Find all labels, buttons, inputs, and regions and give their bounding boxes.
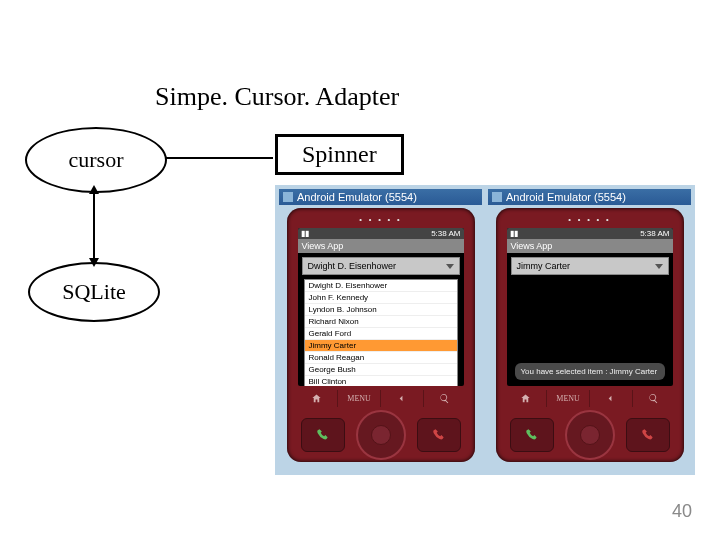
emulator-title: Android Emulator (5554) [506, 191, 626, 203]
home-button[interactable] [505, 390, 548, 407]
arrow-up-icon [89, 185, 99, 194]
list-item[interactable]: John F. Kennedy [305, 292, 457, 304]
list-item-selected[interactable]: Jimmy Carter [305, 340, 457, 352]
window-icon [283, 192, 293, 202]
end-call-button[interactable] [626, 418, 670, 452]
chevron-down-icon [446, 264, 454, 269]
slide-title: Simpe. Cursor. Adapter [155, 82, 399, 112]
call-button[interactable] [510, 418, 554, 452]
search-button[interactable] [633, 390, 675, 407]
app-title: Views App [507, 239, 673, 253]
menu-button[interactable]: MENU [547, 390, 590, 407]
page-number: 40 [672, 501, 692, 522]
phone-device: • • • • • ▮▮5:38 AM Views App Jimmy Cart… [496, 208, 684, 462]
spinner-node: Spinner [275, 134, 404, 175]
search-button[interactable] [424, 390, 466, 407]
list-item[interactable]: Dwight D. Eisenhower [305, 280, 457, 292]
status-bar: ▮▮5:38 AM [298, 228, 464, 239]
phone-screen: ▮▮5:38 AM Views App Dwight D. Eisenhower… [298, 228, 464, 386]
signal-icon: ▮▮ [301, 229, 309, 238]
status-time: 5:38 AM [431, 229, 460, 238]
phone-screen: ▮▮5:38 AM Views App Jimmy Carter You hav… [507, 228, 673, 386]
app-title: Views App [298, 239, 464, 253]
emulator-left: Android Emulator (5554) • • • • • ▮▮5:38… [279, 189, 482, 471]
end-call-button[interactable] [417, 418, 461, 452]
dpad[interactable] [356, 410, 406, 460]
list-item[interactable]: Ronald Reagan [305, 352, 457, 364]
toast-message: You have selected item : Jimmy Carter [515, 363, 665, 380]
list-item[interactable]: Bill Clinton [305, 376, 457, 386]
emulator-title: Android Emulator (5554) [297, 191, 417, 203]
status-bar: ▮▮5:38 AM [507, 228, 673, 239]
softkey-bar: MENU [505, 390, 675, 407]
speaker-icon: • • • • • [359, 215, 402, 225]
emulator-titlebar: Android Emulator (5554) [488, 189, 691, 205]
spinner-value: Jimmy Carter [517, 261, 571, 271]
emulator-right: Android Emulator (5554) • • • • • ▮▮5:38… [488, 189, 691, 471]
spinner-value: Dwight D. Eisenhower [308, 261, 397, 271]
arrow-down-icon [89, 258, 99, 267]
list-item[interactable]: Richard Nixon [305, 316, 457, 328]
list-item[interactable]: Lyndon B. Johnson [305, 304, 457, 316]
emulator-screenshots: Android Emulator (5554) • • • • • ▮▮5:38… [275, 185, 695, 475]
spinner-control[interactable]: Dwight D. Eisenhower [302, 257, 460, 275]
spinner-dropdown[interactable]: Dwight D. Eisenhower John F. Kennedy Lyn… [304, 279, 458, 386]
back-button[interactable] [590, 390, 633, 407]
back-button[interactable] [381, 390, 424, 407]
connector-cursor-sqlite [93, 190, 95, 262]
spinner-label: Spinner [302, 141, 377, 167]
spinner-control[interactable]: Jimmy Carter [511, 257, 669, 275]
speaker-icon: • • • • • [568, 215, 611, 225]
sqlite-label: SQLite [62, 279, 126, 305]
home-button[interactable] [296, 390, 339, 407]
signal-icon: ▮▮ [510, 229, 518, 238]
list-item[interactable]: George Bush [305, 364, 457, 376]
cursor-node: cursor [25, 127, 167, 193]
sqlite-node: SQLite [28, 262, 160, 322]
status-time: 5:38 AM [640, 229, 669, 238]
window-icon [492, 192, 502, 202]
call-button[interactable] [301, 418, 345, 452]
chevron-down-icon [655, 264, 663, 269]
connector-cursor-spinner [165, 157, 273, 159]
softkey-bar: MENU [296, 390, 466, 407]
cursor-label: cursor [69, 147, 124, 173]
emulator-titlebar: Android Emulator (5554) [279, 189, 482, 205]
dpad[interactable] [565, 410, 615, 460]
phone-device: • • • • • ▮▮5:38 AM Views App Dwight D. … [287, 208, 475, 462]
menu-button[interactable]: MENU [338, 390, 381, 407]
list-item[interactable]: Gerald Ford [305, 328, 457, 340]
